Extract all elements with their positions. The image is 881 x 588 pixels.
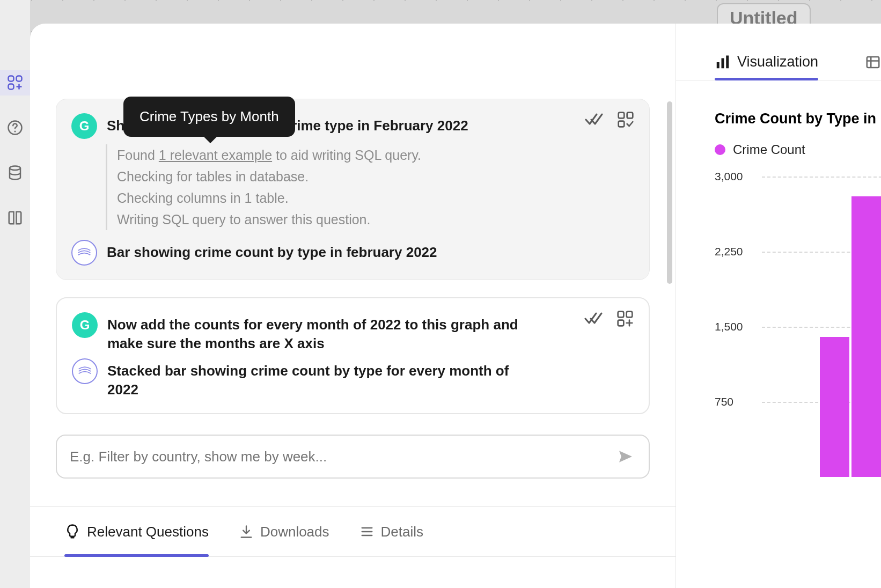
ai-message-row: Bar showing crime count by type in febru… (71, 240, 634, 266)
svg-rect-15 (722, 58, 724, 68)
chat-scroll-area: G Shxxxxxxxxxxxxxxxxxxxx crime type in F… (30, 99, 676, 431)
user-message: Now add the counts for every month of 20… (107, 312, 526, 353)
user-initial: G (80, 318, 90, 333)
svg-rect-7 (619, 113, 625, 119)
chart-legend: Crime Count (715, 142, 881, 157)
svg-rect-12 (627, 312, 633, 318)
y-tick: 3,000 (715, 170, 743, 183)
card-actions (585, 110, 635, 129)
ai-avatar (71, 240, 97, 266)
chart-plot: 3,000 2,250 1,500 750 (715, 177, 881, 477)
visualization-tabs: Visualization (676, 24, 881, 80)
apps-icon (7, 75, 23, 91)
tab-details[interactable]: Details (359, 507, 423, 556)
conversation-card: G Now add the counts for every month of … (56, 297, 650, 414)
query-input[interactable] (70, 449, 615, 465)
legend-label: Crime Count (733, 142, 805, 157)
list-icon (359, 524, 375, 539)
svg-point-6 (10, 166, 20, 171)
bar-chart-icon (715, 54, 731, 70)
tab-table[interactable] (865, 44, 881, 80)
user-initial: G (79, 119, 90, 134)
tab-label: Downloads (260, 524, 329, 540)
y-tick: 1,500 (715, 320, 743, 333)
send-button[interactable] (615, 446, 636, 467)
docs-icon (7, 210, 23, 226)
table-icon (865, 54, 881, 70)
ai-avatar (72, 358, 98, 384)
double-check-icon (585, 112, 604, 127)
svg-rect-9 (619, 121, 625, 127)
chart-area: Crime Count by Type in Crime Count 3,000… (676, 80, 881, 477)
svg-rect-14 (717, 62, 720, 68)
tooltip: Crime Types by Month (123, 97, 295, 137)
tab-visualization[interactable]: Visualization (715, 44, 818, 80)
svg-rect-17 (867, 57, 879, 68)
query-input-container (56, 435, 650, 479)
svg-rect-11 (618, 312, 624, 318)
double-check-icon (584, 311, 604, 326)
verify-button[interactable] (585, 110, 604, 129)
ai-message: Stacked bar showing crime count by type … (107, 358, 526, 399)
sidebar-item-apps[interactable] (0, 70, 30, 95)
svg-rect-13 (618, 320, 624, 326)
download-icon (239, 524, 254, 539)
chart-title: Crime Count by Type in (715, 111, 881, 127)
add-to-dashboard-button[interactable] (616, 110, 635, 129)
svg-rect-8 (627, 113, 633, 119)
tooltip-text: Crime Types by Month (140, 108, 279, 124)
user-avatar: G (71, 113, 97, 139)
chart-bar (851, 196, 881, 477)
y-tick: 2,250 (715, 245, 743, 258)
tab-label: Visualization (737, 54, 818, 70)
step-line: Checking for tables in database. (117, 166, 634, 187)
send-icon (617, 448, 634, 465)
svg-rect-3 (9, 84, 14, 90)
step-line: Writing SQL query to answer this questio… (117, 209, 634, 230)
reasoning-steps: Found 1 relevant example to aid writing … (106, 144, 634, 230)
tab-downloads[interactable]: Downloads (239, 507, 329, 556)
grid-check-icon (617, 111, 634, 128)
svg-rect-2 (17, 76, 22, 82)
help-icon (7, 120, 23, 136)
sidebar-item-database[interactable] (0, 160, 30, 186)
tab-label: Relevant Questions (87, 524, 209, 540)
svg-rect-16 (726, 55, 729, 68)
legend-dot (715, 144, 725, 155)
svg-point-5 (14, 130, 16, 132)
sidebar-item-help[interactable] (0, 115, 30, 141)
y-tick: 750 (715, 395, 733, 408)
tab-label: Details (381, 524, 423, 540)
ai-logo-icon (75, 244, 93, 262)
grid-plus-icon (616, 310, 634, 327)
step-line: Checking columns in 1 table. (117, 187, 634, 209)
ai-message: Bar showing crime count by type in febru… (107, 240, 437, 262)
sidebar (0, 0, 30, 588)
tab-relevant-questions[interactable]: Relevant Questions (64, 507, 209, 556)
bottom-tabs: Relevant Questions Downloads Details (30, 506, 676, 557)
step-line: Found 1 relevant example to aid writing … (117, 144, 634, 166)
visualization-column: Visualization Crime Count by Type in Cri… (676, 24, 881, 588)
add-to-dashboard-button[interactable] (615, 309, 635, 328)
lightbulb-icon (64, 524, 80, 540)
database-icon (7, 165, 23, 181)
relevant-example-link[interactable]: 1 relevant example (159, 148, 272, 163)
verify-button[interactable] (584, 309, 604, 328)
ai-logo-icon (76, 362, 94, 380)
svg-rect-1 (9, 76, 14, 82)
card-actions (584, 309, 635, 328)
ai-message-row: Stacked bar showing crime count by type … (72, 358, 634, 399)
user-message-row: G Now add the counts for every month of … (72, 312, 634, 353)
sidebar-item-docs[interactable] (0, 205, 30, 231)
chart-bar (820, 337, 849, 477)
user-avatar: G (72, 312, 98, 338)
gridline (762, 177, 881, 178)
